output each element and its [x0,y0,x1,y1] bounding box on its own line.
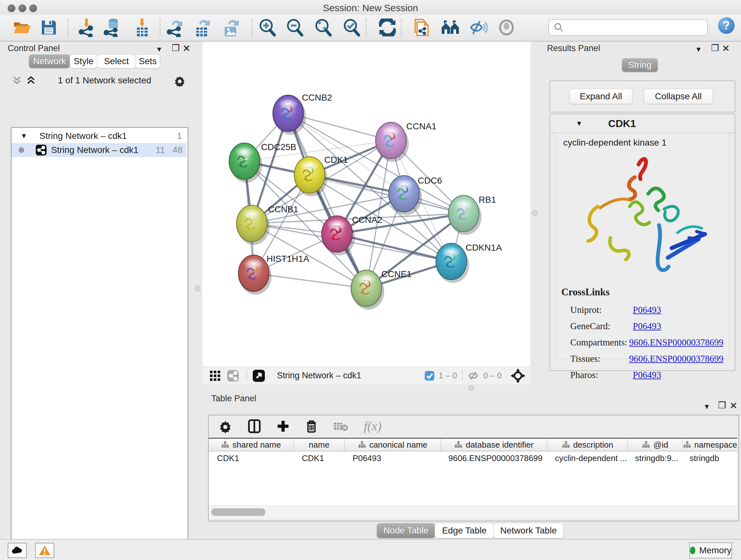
export-network-button[interactable] [165,17,185,38]
network-graph[interactable]: CCNB2CCNA1CDC25BCDK1CDC6RB1CCNB1CCNA2CDK… [202,42,530,367]
table-row[interactable]: CDK1CDK1P064939606.ENSP00000378699cyclin… [209,451,737,465]
control-panel-menu-icon[interactable]: ▼ [156,45,163,54]
string-settings-button[interactable] [441,17,460,38]
table-cell[interactable]: 9606.ENSP00000378699 [440,451,547,465]
expand-all-icon[interactable] [26,75,36,86]
zoom-fit-button[interactable] [313,17,333,38]
entry-collapse-icon[interactable]: ▼ [576,119,583,128]
delete-table-icon[interactable] [333,420,348,432]
cloud-status-button[interactable] [8,543,27,558]
refresh-button[interactable] [378,17,397,38]
table-panel-menu-icon[interactable]: ▼ [703,402,711,411]
selected-checkbox-icon[interactable] [424,371,434,381]
node-label-CDK1: CDK1 [324,155,348,165]
node-CCNE1[interactable] [351,270,384,310]
gear-icon[interactable] [173,74,186,87]
column-header-database-identifier[interactable]: database identifier [441,439,548,451]
export-image-button[interactable] [221,17,241,38]
hidden-eye-icon[interactable] [468,371,479,381]
column-header-description[interactable]: description [548,439,628,451]
toolbar-separator [401,18,402,37]
tab-select[interactable]: Select [97,54,136,68]
network-view[interactable]: CCNB2CCNA1CDC25BCDK1CDC6RB1CCNB1CCNA2CDK… [202,42,530,367]
node-CDC25B[interactable] [229,143,262,183]
warnings-button[interactable] [35,543,54,558]
memory-button[interactable]: Memory [689,543,732,558]
column-header-canonical-name[interactable]: canonical name [345,439,441,451]
import-network-file-button[interactable] [77,17,96,38]
collapse-all-icon[interactable] [12,75,22,86]
control-panel-float-icon[interactable]: ❒ [172,43,180,53]
table-panel-close-icon[interactable]: ✕ [730,400,738,411]
table-cell[interactable]: cyclin-dependent ... [547,451,627,465]
function-builder-icon[interactable]: f(x) [364,419,382,434]
node-CDK1[interactable] [294,157,327,196]
crosslink-value[interactable]: 9606.ENSP00000378699 [629,354,724,364]
left-splitter-handle[interactable] [195,286,200,292]
table-settings-gear-icon[interactable] [218,419,232,433]
import-network-database-button[interactable] [103,17,123,38]
control-panel-close-icon[interactable]: ✕ [183,43,191,54]
scrollbar-thumb[interactable] [211,508,266,516]
node-CCNA1[interactable] [376,122,409,162]
table-cell[interactable]: CDK1 [293,451,344,465]
help-button[interactable]: ? [718,17,735,34]
tab-style[interactable]: Style [70,54,98,68]
show-hide-button[interactable] [496,17,516,38]
birdseye-view-icon[interactable] [252,369,266,382]
export-table-button[interactable] [193,17,212,38]
crosslink-value[interactable]: 9606.ENSP00000378699 [629,337,724,348]
results-panel-float-icon[interactable]: ❒ [711,43,719,53]
column-header-namespace[interactable]: namespace [683,439,737,451]
bottom-splitter-handle[interactable] [468,385,474,391]
node-CDKN1A[interactable] [436,243,469,283]
node-RB1[interactable] [448,195,482,235]
results-panel-menu-icon[interactable]: ▼ [695,45,702,54]
collapse-all-button[interactable]: Collapse All [644,89,713,104]
crosslink-value[interactable]: P06493 [633,321,661,331]
crosslink-value[interactable]: P06493 [633,370,661,380]
table-cell[interactable]: CDK1 [209,451,293,465]
tab-string[interactable]: String [622,58,658,72]
entry-header[interactable]: ▼ CDK1 [550,114,735,133]
import-database-icon [104,18,122,37]
tree-expand-icon[interactable]: ▼ [20,132,27,140]
import-table-file-button[interactable] [132,17,152,38]
save-session-button[interactable] [39,17,59,38]
column-header-name[interactable]: name [294,439,345,451]
right-splitter-handle[interactable] [532,210,537,216]
node-CCNA2[interactable] [322,216,355,255]
tab-sets[interactable]: Sets [135,54,160,68]
node-CCNB2[interactable] [273,95,306,135]
copy-network-button[interactable] [412,17,431,38]
delete-column-trash-icon[interactable] [305,419,318,434]
tab-edge-table[interactable]: Edge Table [434,523,494,538]
horizontal-scrollbar[interactable] [209,505,737,518]
table-cell[interactable]: stringdb [681,451,736,465]
table-cell[interactable]: stringdb:9... [627,451,681,465]
table-cell[interactable]: P06493 [344,451,440,465]
zoom-in-button[interactable] [258,17,277,38]
node-CCNB1[interactable] [237,205,270,245]
tab-node-table[interactable]: Node Table [377,523,435,538]
grid-layout-icon[interactable] [209,369,221,382]
open-session-button[interactable] [12,17,32,38]
search-input[interactable] [567,22,707,33]
fit-content-crosshair-icon[interactable] [510,368,526,384]
zoom-selected-button[interactable] [342,17,361,38]
network-row[interactable]: String Network – cdk1 11 48 [11,143,186,157]
tab-network[interactable]: Network [29,54,70,68]
expand-all-button[interactable]: Expand All [569,89,632,104]
crosslink-value[interactable]: P06493 [633,305,661,315]
column-header--id[interactable]: @id [628,439,683,451]
add-column-plus-icon[interactable] [276,420,290,433]
glass-ball-effect-button[interactable] [468,17,488,38]
share-network-icon[interactable] [226,369,239,382]
show-columns-icon[interactable] [248,419,261,434]
zoom-out-button[interactable] [285,17,305,38]
results-panel-close-icon[interactable]: ✕ [722,43,730,54]
column-header-shared-name[interactable]: shared name [209,439,294,451]
table-panel-float-icon[interactable]: ❒ [718,400,726,411]
network-collection-row[interactable]: ▼ String Network – cdk1 1 [11,129,186,143]
tab-network-table[interactable]: Network Table [493,523,563,538]
